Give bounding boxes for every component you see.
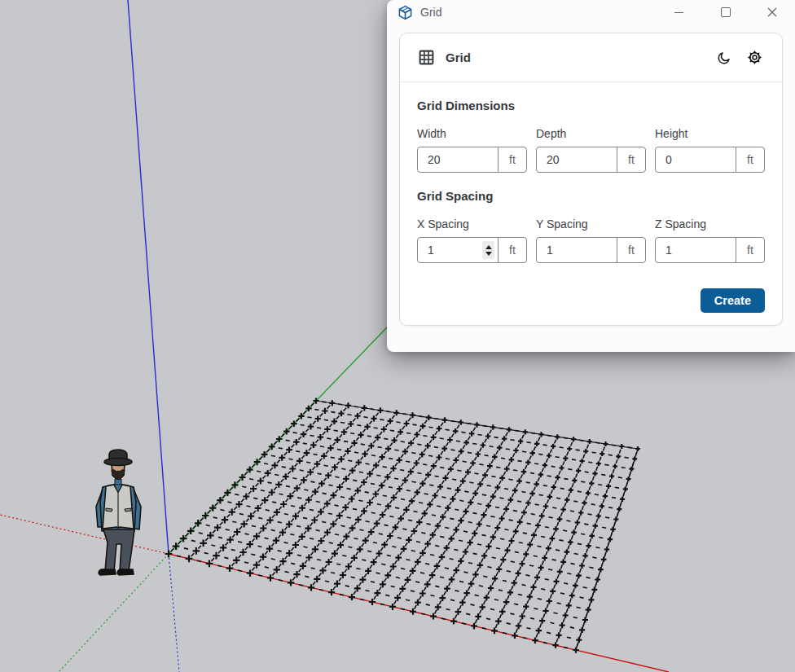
z-spacing-label: Z Spacing bbox=[655, 217, 765, 231]
grid-panel: Grid bbox=[399, 33, 783, 326]
y-spacing-label: Y Spacing bbox=[536, 217, 646, 231]
x-spacing-label: X Spacing bbox=[417, 217, 527, 231]
z-spacing-input[interactable] bbox=[656, 238, 736, 262]
height-field: Height ft bbox=[655, 127, 765, 173]
height-unit-label: ft bbox=[736, 147, 764, 172]
minimize-button[interactable] bbox=[656, 0, 702, 24]
height-input[interactable] bbox=[656, 147, 736, 172]
window-titlebar[interactable]: Grid bbox=[387, 0, 795, 24]
grid-extension-window: Grid Grid bbox=[387, 0, 795, 352]
moon-icon bbox=[717, 51, 731, 65]
panel-title: Grid bbox=[446, 51, 471, 64]
spacing-field-row: X Spacing ft Y Spacing bbox=[417, 217, 765, 263]
depth-input[interactable] bbox=[537, 147, 617, 172]
x-spacing-field: X Spacing ft bbox=[417, 217, 527, 263]
stepper-down-icon bbox=[485, 252, 492, 256]
create-button[interactable]: Create bbox=[701, 288, 765, 313]
width-input[interactable] bbox=[418, 147, 498, 172]
x-spacing-unit-label: ft bbox=[498, 238, 526, 262]
minimize-icon bbox=[674, 12, 683, 13]
grid-dimensions-heading: Grid Dimensions bbox=[417, 99, 765, 112]
created-grid bbox=[165, 397, 640, 652]
grid-spacing-heading: Grid Spacing bbox=[417, 189, 765, 203]
dark-mode-toggle-button[interactable] bbox=[715, 49, 733, 67]
x-spacing-input[interactable] bbox=[418, 244, 482, 257]
grid-table-icon bbox=[418, 49, 435, 66]
scale-figure bbox=[96, 450, 141, 575]
depth-label: Depth bbox=[536, 127, 646, 140]
x-spacing-stepper[interactable] bbox=[482, 241, 494, 259]
height-label: Height bbox=[655, 127, 765, 140]
gear-icon bbox=[747, 50, 762, 65]
maximize-button[interactable] bbox=[702, 0, 749, 24]
settings-button[interactable] bbox=[745, 48, 764, 67]
y-spacing-input[interactable] bbox=[537, 238, 617, 262]
width-field: Width ft bbox=[417, 127, 527, 173]
sketchup-logo-icon bbox=[398, 5, 413, 20]
close-icon bbox=[767, 7, 777, 17]
window-title: Grid bbox=[420, 6, 441, 19]
y-spacing-field: Y Spacing ft bbox=[536, 217, 646, 263]
width-label: Width bbox=[417, 127, 527, 140]
stepper-up-icon bbox=[485, 245, 492, 249]
panel-header: Grid bbox=[400, 33, 782, 82]
y-spacing-unit-label: ft bbox=[617, 238, 645, 262]
z-spacing-unit-label: ft bbox=[736, 238, 764, 262]
depth-field: Depth ft bbox=[536, 127, 646, 173]
z-spacing-field: Z Spacing ft bbox=[655, 217, 765, 263]
depth-unit-label: ft bbox=[617, 147, 645, 172]
width-unit-label: ft bbox=[498, 147, 526, 172]
dimensions-field-row: Width ft Depth ft Height bbox=[417, 127, 765, 173]
maximize-icon bbox=[721, 7, 731, 17]
close-button[interactable] bbox=[749, 0, 795, 24]
